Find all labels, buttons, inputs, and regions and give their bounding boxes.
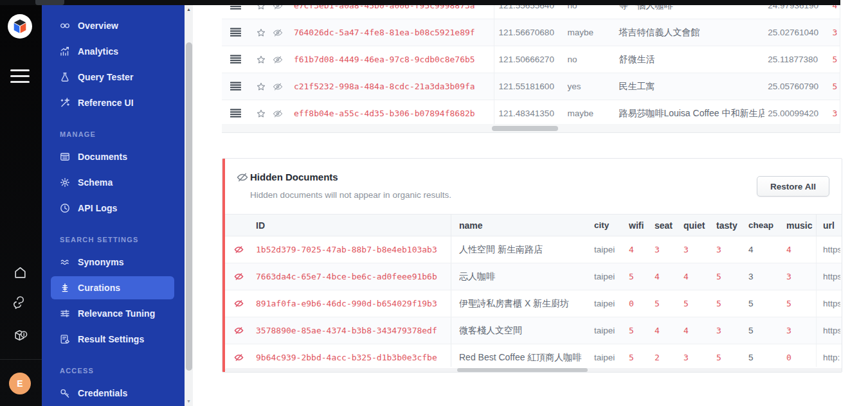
sidebar-item-curations[interactable]: Curations	[51, 276, 174, 299]
sidebar-item-query-tester[interactable]: Query Tester	[51, 66, 174, 89]
sidebar-item-documents[interactable]: Documents	[51, 145, 174, 168]
scrollbar-down-arrow-icon[interactable]: ▼	[185, 397, 193, 406]
sidebar-item-overview[interactable]: Overview	[51, 14, 174, 37]
rail-divider	[0, 359, 42, 360]
star-icon[interactable]	[257, 55, 266, 64]
scrollbar-up-arrow-icon[interactable]: ▲	[185, 5, 193, 14]
api-logs-icon	[60, 203, 70, 213]
hidden-table-row: 891af0fa-e9b6-46dc-990d-b654029f19b3 伊聖詩…	[225, 290, 842, 317]
avatar[interactable]: E	[9, 373, 31, 394]
cell-wifi: 0	[621, 299, 648, 308]
hidden-document-id[interactable]: 3578890e-85ae-4374-b3b8-343479378edf	[248, 326, 451, 335]
sidebar-item-synonyms[interactable]: Synonyms	[51, 251, 174, 274]
chat-icon[interactable]	[13, 296, 28, 311]
documents-icon	[60, 152, 70, 162]
cell-answer: maybe	[562, 28, 607, 37]
sidebar-item-result-settings[interactable]: Result Settings	[51, 328, 174, 351]
document-id-link[interactable]: c21f5232-998a-484a-8cdc-21a3da3b09fa	[294, 82, 494, 91]
hscrollbar-thumb[interactable]	[492, 126, 558, 131]
restore-eye-slash-icon[interactable]	[234, 272, 244, 281]
drag-handle-icon[interactable]	[230, 55, 241, 64]
credentials-icon	[60, 388, 70, 398]
cell-quiet: 3	[676, 353, 708, 362]
sidebar-item-api-logs[interactable]: API Logs	[51, 197, 174, 220]
document-id-link[interactable]: f61b7d08-4449-46ea-97c8-9cdb0c8e76b5	[294, 55, 494, 64]
overview-icon	[60, 21, 70, 31]
restore-eye-slash-icon[interactable]	[234, 299, 244, 308]
star-icon[interactable]	[257, 82, 266, 91]
cell-tasty: 3	[708, 245, 741, 254]
cell-music: 3	[779, 326, 816, 335]
restore-all-button[interactable]: Restore All	[757, 176, 829, 197]
sidebar-item-relevance-tuning[interactable]: Relevance Tuning	[51, 302, 174, 325]
package-info-icon[interactable]	[13, 327, 29, 343]
cell-city: taipei	[586, 299, 621, 308]
cell-seat: 2	[648, 353, 676, 362]
drag-handle-icon[interactable]	[230, 28, 241, 37]
scrollbar-thumb[interactable]	[186, 42, 192, 371]
restore-eye-slash-icon[interactable]	[234, 245, 244, 254]
document-id-link[interactable]: 764026dc-5a47-4fe8-81ea-b08c5921e89f	[294, 28, 494, 37]
top-bar-tab	[35, 0, 64, 5]
table-header-row: ID name city wifi seat quiet tasty cheap…	[225, 214, 842, 236]
sidebar-section-manage: MANAGE	[42, 130, 185, 139]
eye-slash-icon[interactable]	[273, 55, 283, 64]
hidden-table-row: 1b52d379-7025-47ab-88b7-b8e4eb103ab3 人性空…	[225, 236, 842, 263]
hamburger-menu-icon[interactable]	[10, 69, 30, 85]
cell-name: 人性空間 新生南路店	[451, 236, 586, 263]
cell-music: 3	[779, 272, 816, 281]
cell-score: 3	[830, 28, 840, 37]
sidebar-item-credentials[interactable]: Credentials	[51, 382, 174, 405]
cell-seat: 4	[648, 272, 676, 281]
hidden-documents-panel: Hidden Documents Hidden documents will n…	[222, 158, 842, 373]
cell-lng: 121.55181600	[494, 73, 563, 100]
home-icon[interactable]	[13, 265, 28, 280]
hidden-table-hscrollbar[interactable]	[225, 367, 842, 373]
hidden-document-id[interactable]: 1b52d379-7025-47ab-88b7-b8e4eb103ab3	[248, 245, 451, 254]
panel-title: Hidden Documents	[250, 172, 338, 182]
sidebar-section-access: ACCESS	[42, 367, 185, 376]
restore-eye-slash-icon[interactable]	[234, 326, 244, 335]
cell-tasty: 3	[708, 326, 741, 335]
table-row: eff8b04e-a55c-4d35-b306-b07894f8682b 121…	[222, 100, 840, 127]
app-logo-icon[interactable]	[8, 14, 32, 39]
sidebar-item-label: API Logs	[78, 203, 117, 213]
eye-slash-icon[interactable]	[273, 82, 283, 91]
hidden-document-id[interactable]: 891af0fa-e9b6-46dc-990d-b654029f19b3	[248, 299, 451, 308]
page-scrollbar[interactable]: ▲ ▼	[185, 5, 193, 406]
result-settings-icon	[60, 334, 70, 344]
sidebar-item-label: Result Settings	[78, 334, 144, 344]
cell-music: 0	[779, 353, 816, 362]
col-header-wifi: wifi	[621, 220, 648, 231]
cell-answer: maybe	[562, 109, 607, 118]
col-header-seat: seat	[648, 220, 676, 231]
cell-quiet: 5	[676, 299, 708, 308]
panel-subtitle: Hidden documents will not appear in orga…	[250, 190, 451, 200]
cell-lng: 121.56670680	[494, 19, 563, 46]
cell-name: 舒微生活	[607, 54, 764, 66]
col-header-id: ID	[248, 220, 451, 231]
sidebar-item-label: Relevance Tuning	[78, 308, 155, 319]
cell-name: 微客棧人文空間	[451, 317, 586, 344]
documents-table-hscrollbar[interactable]	[222, 124, 840, 133]
cell-url: https	[816, 263, 840, 290]
sidebar-item-reference-ui[interactable]: Reference UI	[51, 91, 174, 114]
restore-eye-slash-icon[interactable]	[234, 353, 244, 362]
sidebar-item-analytics[interactable]: Analytics	[51, 40, 174, 63]
eye-slash-icon[interactable]	[273, 28, 283, 37]
star-icon[interactable]	[257, 28, 266, 37]
cell-cheap: 4	[741, 245, 779, 254]
hidden-document-id[interactable]: 7663da4c-65e7-4bce-be6c-ad0feee91b6b	[248, 272, 451, 281]
star-icon[interactable]	[257, 109, 266, 118]
sidebar-item-schema[interactable]: Schema	[51, 171, 174, 194]
hidden-document-id[interactable]: 9b64c939-2bbd-4acc-b325-d1b3b0e3cfbe	[248, 353, 451, 362]
sidebar-item-label: Schema	[78, 177, 113, 188]
hidden-documents-table: ID name city wifi seat quiet tasty cheap…	[225, 214, 842, 371]
top-black-bar	[0, 0, 840, 5]
drag-handle-icon[interactable]	[230, 109, 241, 118]
eye-slash-icon[interactable]	[273, 109, 283, 118]
document-id-link[interactable]: eff8b04e-a55c-4d35-b306-b07894f8682b	[294, 109, 494, 118]
hscrollbar-thumb[interactable]	[457, 368, 588, 372]
drag-handle-icon[interactable]	[230, 82, 241, 91]
hidden-table-row: 7663da4c-65e7-4bce-be6c-ad0feee91b6b 忈人咖…	[225, 263, 842, 290]
